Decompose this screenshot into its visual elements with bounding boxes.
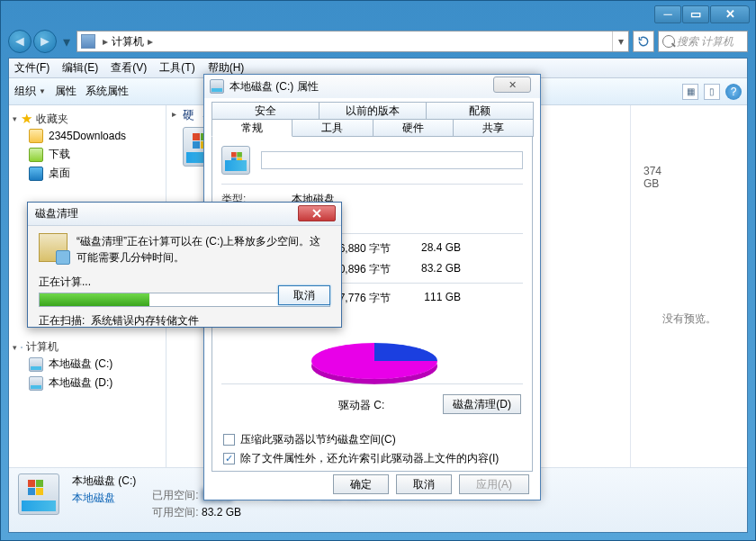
drive-icon [18, 473, 59, 515]
refresh-button[interactable] [633, 31, 654, 52]
sidebar-computer-header[interactable]: ▾计算机 [13, 339, 162, 355]
checkbox-icon [223, 434, 235, 446]
window-controls: ─ ▭ ✕ [654, 5, 750, 23]
properties-close-button[interactable]: ✕ [493, 77, 531, 93]
toolbar-organize[interactable]: 组织▼ [14, 84, 46, 99]
tab-previous-versions[interactable]: 以前的版本 [319, 102, 427, 120]
preview-empty-text: 没有预览。 [662, 311, 716, 327]
tab-hardware[interactable]: 硬件 [373, 119, 454, 137]
toolbar-properties[interactable]: 属性 [55, 84, 76, 99]
chevron-down-icon: ▾ [13, 343, 17, 352]
computer-icon [21, 347, 22, 348]
compress-checkbox-row[interactable]: 压缩此驱动器以节约磁盘空间(C) [223, 432, 521, 447]
maximize-button[interactable]: ▭ [682, 5, 709, 23]
tab-security[interactable]: 安全 [212, 102, 320, 120]
address-bar[interactable]: ▸ 计算机 ▸ ▾ [76, 31, 629, 52]
cleanup-message: “磁盘清理”正在计算可以在 (C:)上释放多少空间。这可能需要几分钟时间。 [76, 233, 330, 266]
tab-sharing[interactable]: 共享 [453, 119, 534, 137]
chevron-right-icon: ▸ [103, 35, 108, 48]
minimize-button[interactable]: ─ [654, 5, 681, 23]
star-icon: ★ [21, 111, 32, 127]
menu-tools[interactable]: 工具(T) [159, 60, 194, 76]
nav-history-dropdown[interactable]: ▾ [60, 30, 73, 53]
close-icon [312, 209, 321, 218]
usage-pie-chart [311, 343, 437, 379]
search-placeholder: 搜索 计算机 [677, 34, 734, 50]
breadcrumb-computer[interactable]: 计算机 [112, 34, 144, 50]
disk-cleanup-button[interactable]: 磁盘清理(D) [443, 394, 521, 414]
properties-cancel-button[interactable]: 取消 [396, 474, 452, 494]
view-options-button[interactable]: ▦ [682, 84, 698, 100]
properties-ok-button[interactable]: 确定 [333, 474, 389, 494]
volume-label-input[interactable] [261, 151, 523, 169]
tab-tools[interactable]: 工具 [292, 119, 373, 137]
tab-general[interactable]: 常规 [212, 119, 292, 137]
chevron-right-icon: ▸ [148, 35, 153, 48]
pie-label: 驱动器 C: [338, 398, 384, 413]
sidebar-item-downloads[interactable]: 下载 [13, 145, 162, 164]
chevron-down-icon: ▾ [13, 114, 17, 123]
details-subtitle: 本地磁盘 [72, 491, 136, 506]
toolbar-system-properties[interactable]: 系统属性 [86, 84, 129, 99]
sidebar-item-2345downloads[interactable]: 2345Downloads [13, 127, 162, 145]
menu-view[interactable]: 查看(V) [111, 60, 147, 76]
nav-forward-button[interactable]: ► [33, 30, 57, 53]
folder-icon [29, 129, 43, 143]
refresh-icon [637, 35, 650, 48]
cleanup-scanning-label: 正在扫描: [39, 314, 85, 327]
preview-pane-button[interactable]: ▯ [704, 84, 720, 100]
nav-back-button[interactable]: ◄ [8, 30, 32, 53]
cleanup-close-button[interactable] [298, 205, 336, 221]
details-name: 本地磁盘 (C:) [72, 473, 136, 489]
sidebar-favorites-header[interactable]: ▾★收藏夹 [13, 111, 162, 127]
close-button[interactable]: ✕ [710, 5, 750, 23]
help-icon[interactable]: ? [725, 84, 742, 100]
cleanup-scanning-item: 系统错误内存转储文件 [91, 314, 199, 327]
cleanup-icon [39, 233, 68, 262]
checkbox-checked-icon: ✓ [223, 453, 235, 464]
drive-icon [221, 146, 250, 175]
menu-edit[interactable]: 编辑(E) [62, 60, 98, 76]
disk-cleanup-progress-dialog: 磁盘清理 “磁盘清理”正在计算可以在 (C:)上释放多少空间。这可能需要几分钟时… [27, 202, 342, 328]
sidebar-item-desktop[interactable]: 桌面 [13, 164, 162, 183]
drive-free-text: 374 GB [644, 165, 662, 190]
properties-title-text: 本地磁盘 (C:) 属性 [230, 79, 319, 95]
cleanup-cancel-button[interactable]: 取消 [278, 285, 330, 305]
sidebar-item-disk-c[interactable]: 本地磁盘 (C:) [13, 355, 162, 374]
chevron-down-icon: ▼ [39, 87, 46, 95]
folder-icon [29, 148, 43, 162]
titlebar: ─ ▭ ✕ [1, 1, 755, 27]
tab-quota[interactable]: 配额 [426, 102, 534, 120]
group-header-drives[interactable]: 硬 [183, 107, 194, 123]
search-input[interactable]: 搜索 计算机 [658, 31, 748, 52]
menu-file[interactable]: 文件(F) [14, 60, 50, 76]
index-checkbox-row[interactable]: ✓除了文件属性外，还允许索引此驱动器上文件的内容(I) [223, 451, 521, 466]
navbar: ◄ ► ▾ ▸ 计算机 ▸ ▾ 搜索 计算机 [8, 27, 748, 56]
cleanup-titlebar[interactable]: 磁盘清理 [28, 203, 341, 226]
desktop-icon [29, 167, 43, 181]
drive-icon [210, 79, 224, 94]
drive-icon [29, 376, 43, 391]
address-dropdown[interactable]: ▾ [612, 32, 628, 51]
group-collapse-icon[interactable]: ▸ [172, 109, 176, 119]
computer-icon [81, 34, 95, 49]
properties-titlebar[interactable]: 本地磁盘 (C:) 属性 [204, 75, 540, 98]
properties-apply-button[interactable]: 应用(A) [459, 474, 529, 494]
drive-icon [29, 357, 43, 372]
sidebar-item-disk-d[interactable]: 本地磁盘 (D:) [13, 374, 162, 392]
